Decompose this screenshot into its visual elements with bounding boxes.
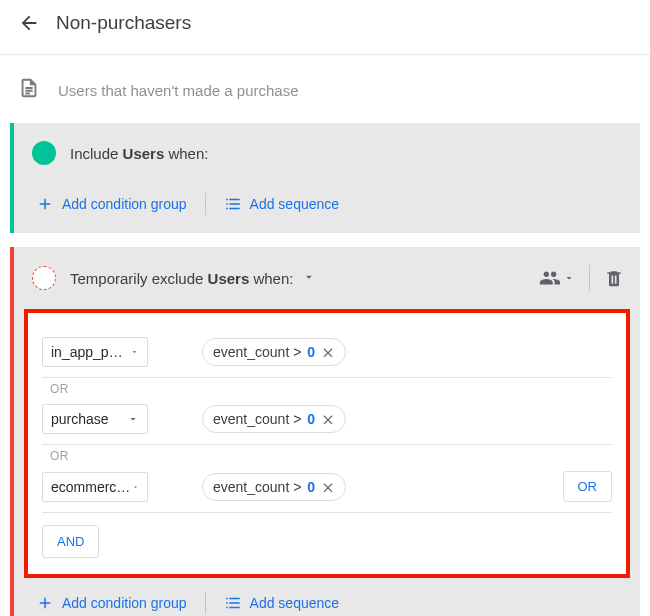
include-block: Include Users when: Add condition group … [10, 123, 640, 233]
dimension-picker[interactable]: purchase [42, 404, 148, 434]
divider [205, 592, 206, 614]
conditions-panel: in_app_purchase event_count > 0 OR purch… [24, 309, 630, 578]
condition-row: in_app_purchase event_count > 0 [42, 331, 612, 378]
add-condition-group-button[interactable]: Add condition group [32, 191, 191, 217]
remove-condition-icon[interactable] [321, 345, 335, 359]
condition-pill[interactable]: event_count > 0 [202, 405, 346, 433]
remove-condition-icon[interactable] [321, 480, 335, 494]
include-heading: Include Users when: [70, 145, 624, 162]
add-condition-group-button[interactable]: Add condition group [32, 590, 191, 616]
description-input[interactable]: Users that haven't made a purchase [58, 82, 299, 99]
exclude-heading[interactable]: Temporarily exclude Users when: [70, 270, 525, 287]
condition-row: ecommerce_purchase event_count > 0 OR [42, 465, 612, 513]
delete-button[interactable] [604, 268, 624, 288]
exclude-indicator-icon [32, 266, 56, 290]
page-title: Non-purchasers [56, 12, 191, 34]
back-button[interactable] [18, 12, 40, 34]
exclude-block: Temporarily exclude Users when: in_app_p… [10, 247, 640, 616]
condition-pill[interactable]: event_count > 0 [202, 338, 346, 366]
dimension-picker[interactable]: ecommerce_purchase [42, 472, 148, 502]
scope-picker-button[interactable] [539, 267, 575, 289]
add-sequence-button[interactable]: Add sequence [220, 191, 344, 217]
or-button[interactable]: OR [563, 471, 613, 502]
and-button[interactable]: AND [42, 525, 99, 558]
or-separator: OR [42, 378, 612, 398]
condition-row: purchase event_count > 0 [42, 398, 612, 445]
add-sequence-button[interactable]: Add sequence [220, 590, 344, 616]
divider [205, 193, 206, 215]
or-separator: OR [42, 445, 612, 465]
dimension-picker[interactable]: in_app_purchase [42, 337, 148, 367]
condition-pill[interactable]: event_count > 0 [202, 473, 346, 501]
divider [589, 265, 590, 291]
description-icon [18, 77, 40, 103]
include-indicator-icon [32, 141, 56, 165]
remove-condition-icon[interactable] [321, 412, 335, 426]
chevron-down-icon[interactable] [302, 270, 316, 287]
